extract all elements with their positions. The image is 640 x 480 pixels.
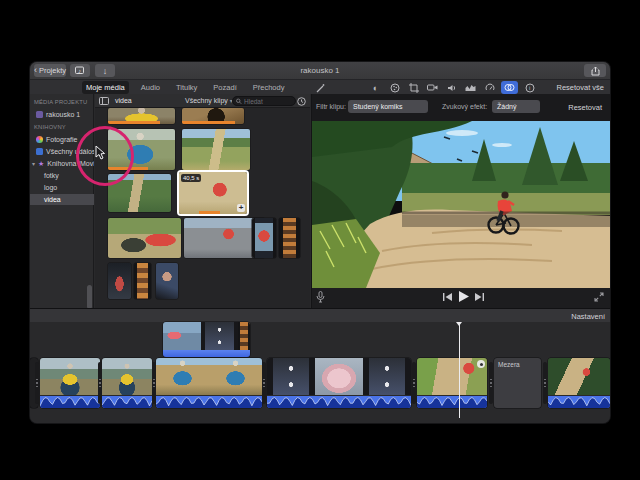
previous-frame-button[interactable]	[443, 293, 452, 301]
timeline: Mezera	[30, 322, 610, 423]
clip-thumbnail[interactable]	[252, 218, 276, 258]
speed-icon[interactable]	[482, 81, 497, 94]
clip-filter-value-dropdown[interactable]: Studený komiks	[348, 100, 428, 113]
reset-button[interactable]: Resetovat	[568, 103, 602, 112]
disclosure-triangle-icon[interactable]: ▾	[32, 160, 35, 167]
project-clapper-icon	[36, 111, 43, 118]
section-header-libraries: KNIHOVNY	[34, 124, 66, 130]
audio-waveform	[40, 395, 100, 408]
audio-waveform	[267, 395, 411, 408]
selected-clip-thumbnail[interactable]: 40,5 s +	[179, 172, 247, 214]
timeline-clip[interactable]	[548, 358, 610, 408]
sidebar-item-videa[interactable]: videa	[30, 194, 94, 205]
audio-waveform	[548, 395, 610, 408]
transport-bar	[312, 288, 610, 308]
stabilization-icon[interactable]	[425, 81, 440, 94]
project-title: rakousko 1	[30, 66, 610, 75]
pane-splitter-handle[interactable]	[87, 285, 92, 309]
tab-audio[interactable]: Audio	[137, 81, 164, 94]
color-correction-icon[interactable]	[387, 81, 402, 94]
gap-label: Mezera	[494, 358, 541, 368]
clip-edge-handle	[412, 362, 416, 404]
clip-filter-label: Filtr klipu:	[316, 103, 346, 110]
clip-duration-badge: 40,5 s	[181, 174, 201, 182]
timeline-gap-clip[interactable]: Mezera	[494, 358, 541, 408]
clip-thumbnail[interactable]	[279, 218, 300, 258]
letterboxed-screen: ‹ Projekty ♪ ↓ rakousko 1 Moje média Aud…	[0, 0, 640, 480]
libraries-sidebar: MÉDIA PROJEKTU rakousko 1 KNIHOVNY Fotog…	[30, 94, 94, 308]
photos-flower-icon	[36, 136, 43, 143]
share-button[interactable]	[584, 64, 606, 77]
audio-waveform	[156, 395, 262, 408]
clips-filter-dropdown[interactable]: Všechny klipy ▾	[185, 97, 233, 104]
svg-text:i: i	[529, 85, 530, 91]
audio-waveform	[417, 395, 487, 408]
clip-thumbnail[interactable]	[134, 263, 151, 299]
clip-edge-handle	[152, 362, 156, 404]
clip-duration-icon[interactable]	[297, 97, 306, 106]
timeline-toolbar: 00:57 / 01:27 Nastavení	[30, 308, 610, 322]
search-icon	[236, 98, 242, 105]
add-to-timeline-button[interactable]: +	[237, 204, 245, 212]
volume-icon[interactable]	[444, 81, 459, 94]
share-icon	[591, 66, 600, 76]
mouse-cursor	[95, 146, 105, 160]
clip-thumbnail[interactable]	[182, 108, 244, 124]
timeline-clip[interactable]	[156, 358, 262, 408]
clip-thumbnail[interactable]	[108, 263, 131, 299]
audio-waveform	[102, 395, 152, 408]
section-header-project-media: MÉDIA PROJEKTU	[34, 99, 87, 105]
clip-effect-badge	[477, 360, 485, 368]
sidebar-item-logo[interactable]: logo	[30, 182, 94, 193]
collection-title: videa	[115, 97, 132, 104]
play-button[interactable]	[458, 291, 469, 302]
imovie-window: ‹ Projekty ♪ ↓ rakousko 1 Moje média Aud…	[30, 62, 610, 423]
annotation-circle	[76, 126, 134, 186]
next-frame-button[interactable]	[475, 293, 484, 301]
imovie-star-icon: ★	[38, 160, 44, 168]
events-icon	[36, 148, 43, 155]
tab-band: Moje média Audio Titulky Pozadí Přechody…	[30, 79, 610, 94]
timeline-clip[interactable]	[267, 358, 411, 408]
auto-enhance-wand-icon[interactable]	[313, 81, 328, 94]
tab-backgrounds[interactable]: Pozadí	[209, 81, 240, 94]
reset-all-button[interactable]: Resetovat vše	[556, 83, 604, 92]
preview-video-frame	[312, 121, 610, 288]
browser-toolbar: videa Všechny klipy ▾	[95, 94, 310, 108]
fullscreen-icon[interactable]	[594, 292, 604, 302]
color-balance-icon[interactable]: ◐	[368, 81, 383, 94]
timeline-overlay-clip[interactable]	[163, 322, 250, 357]
overlay-audio-strip	[163, 350, 250, 357]
clip-thumbnail[interactable]	[108, 218, 181, 258]
clip-info-icon[interactable]: i	[522, 81, 537, 94]
crop-icon[interactable]	[406, 81, 421, 94]
clip-edge-handle	[489, 362, 493, 404]
clip-edge-handle	[98, 362, 102, 404]
audio-effect-label: Zvukový efekt:	[442, 103, 487, 110]
window-titlebar: ‹ Projekty ♪ ↓ rakousko 1	[30, 62, 610, 79]
search-field[interactable]	[232, 96, 296, 106]
clip-edge-handle	[35, 362, 39, 404]
voiceover-mic-icon[interactable]	[316, 291, 325, 303]
tab-titles[interactable]: Titulky	[172, 81, 201, 94]
sidebar-toggle-icon[interactable]	[99, 97, 109, 105]
clip-edge-handle	[262, 362, 266, 404]
timeline-clip[interactable]	[102, 358, 152, 408]
tab-my-media[interactable]: Moje média	[82, 81, 129, 94]
tab-transitions[interactable]: Přechody	[249, 81, 289, 94]
timeline-clip[interactable]	[417, 358, 487, 408]
clip-edge-handle	[543, 362, 547, 404]
clip-thumbnail[interactable]	[156, 263, 178, 299]
clip-filter-icon[interactable]	[501, 81, 518, 94]
audio-effect-value-dropdown[interactable]: Žádný	[492, 100, 540, 113]
clip-thumbnail[interactable]	[182, 129, 250, 170]
clip-thumbnail[interactable]	[108, 108, 175, 124]
playhead[interactable]	[459, 322, 460, 418]
search-input[interactable]	[244, 98, 292, 105]
sidebar-item-project[interactable]: rakousko 1	[30, 109, 94, 120]
timeline-settings-button[interactable]: Nastavení	[571, 312, 605, 321]
noise-reduction-icon[interactable]	[463, 81, 478, 94]
timeline-clip[interactable]	[40, 358, 100, 408]
